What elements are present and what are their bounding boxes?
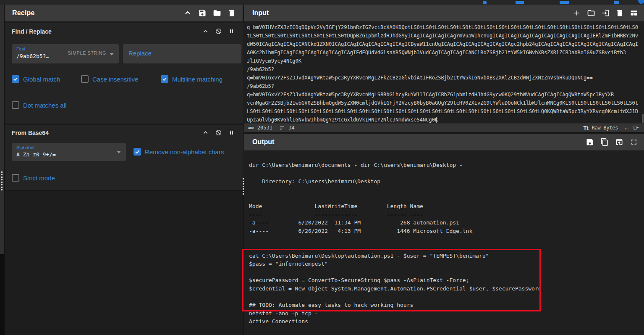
clear-recipe-trash-icon[interactable]: [228, 9, 236, 17]
checkbox-unchecked-icon: [12, 101, 19, 109]
operations-splitter-handle[interactable]: [1, 171, 3, 191]
top-banner-edge: [0, 0, 644, 5]
recipe-title: Recipe: [12, 9, 35, 17]
alphabet-field-value[interactable]: A-Za-z0-9+/=: [16, 151, 56, 158]
operations-panel-edge: [0, 5, 5, 335]
character-count-icon: abc: [248, 126, 254, 130]
banner-fragment: [483, 1, 487, 4]
checkbox-dot-matches-all[interactable]: Dot matches all: [12, 101, 66, 109]
checkbox-checked-icon: [134, 148, 141, 156]
banner-help-icon: [638, 0, 644, 4]
cyberchef-app: Recipe Find / Replace Find /9ab62b5?… SI…: [0, 0, 644, 335]
character-encoding-icon[interactable]: Tt: [584, 125, 589, 131]
collapse-recipe-button[interactable]: [183, 9, 192, 17]
operation-title: From Base64: [12, 129, 49, 136]
open-file-folder-icon[interactable]: [587, 9, 595, 17]
disable-operation-icon[interactable]: [215, 129, 222, 136]
add-input-tab-icon[interactable]: [573, 9, 581, 17]
find-field[interactable]: Find /9ab62b5?… SIMPLE STRING: [12, 44, 119, 63]
input-line: tLS0tLS0tLS0tLS0tLS0tLS0tLS0tLS0tDQpBZG1…: [244, 32, 644, 40]
eol-return-icon[interactable]: ←: [624, 124, 630, 131]
input-line: LS0tLS0tLS0tLS0tLS0tLS0tLS0tLS0tLS0tLS0t…: [244, 107, 644, 116]
disable-operation-icon[interactable]: [215, 28, 222, 35]
find-type-dropdown[interactable]: SIMPLE STRING: [68, 50, 106, 55]
recipe-io-splitter-handle[interactable]: [243, 178, 244, 196]
input-title: Input: [252, 9, 269, 17]
input-line: /9ab62b5?: [244, 82, 644, 90]
pause-operation-icon[interactable]: [228, 28, 235, 35]
input-scrollbar[interactable]: [642, 114, 644, 123]
input-line: vcnMgaGF2ZSBjb21wbGV0ZSBhbmQgdW5yZXN0cml…: [244, 99, 644, 107]
checkbox-global-match[interactable]: Global match: [12, 75, 60, 83]
input-status-bar: abc 20531 34 Tt Raw Bytes ← LF: [244, 123, 644, 132]
chevron-down-icon: [117, 151, 121, 153]
checkbox-unchecked-icon: [12, 174, 19, 182]
io-panel: Input q=bmV0IHVzZXJzIC0gDQpVc2VyIGFjY291…: [244, 5, 644, 335]
input-textarea[interactable]: q=bmV0IHVzZXJzIC0gDQpVc2VyIGFjY291bnRzIG…: [244, 23, 644, 123]
input-line: q=bmV0IHVzZXJzIC0gDQpVc2VyIGFjY291bnRzIG…: [244, 23, 644, 32]
input-header: Input: [244, 5, 644, 22]
operation-from-base64[interactable]: From Base64 Alphabet A-Za-z0-9+/= Remove…: [5, 125, 243, 191]
operations-panel-shadow: [0, 254, 5, 335]
recipe-panel: Recipe Find / Replace Find /9ab62b5?… SI…: [5, 5, 243, 335]
line-count: 34: [288, 125, 294, 131]
replace-input-with-output-icon[interactable]: [615, 138, 623, 146]
chevron-down-icon: [110, 53, 114, 55]
collapse-operation-button[interactable]: [202, 28, 209, 35]
replace-field-placeholder: Replace: [128, 50, 152, 57]
recipe-header: Recipe: [5, 5, 243, 22]
alphabet-field[interactable]: Alphabet A-Za-z0-9+/=: [12, 143, 126, 161]
save-recipe-icon[interactable]: [198, 9, 207, 17]
eol-value[interactable]: LF: [633, 125, 639, 131]
open-folder-input-icon[interactable]: [601, 9, 610, 17]
clear-io-trash-icon[interactable]: [615, 9, 624, 17]
banner-fragment: [614, 1, 619, 4]
input-line: q=bmV0IGxvY2FsZ3JvdXAgYWRtaW5pc3RyYXRvcn…: [244, 74, 644, 82]
copy-output-icon[interactable]: [600, 138, 609, 146]
checkbox-checked-icon: [161, 75, 168, 83]
output-text: dir C:\Users\benimaru\documents - dir C:…: [244, 151, 644, 326]
replace-field[interactable]: Replace: [123, 44, 241, 63]
checkbox-unchecked-icon: [81, 75, 89, 83]
maximise-output-icon[interactable]: [630, 138, 638, 146]
load-recipe-folder-icon[interactable]: [213, 9, 221, 17]
character-encoding-value[interactable]: Raw Bytes: [592, 125, 618, 131]
checkbox-strict-mode[interactable]: Strict mode: [12, 174, 55, 182]
operation-find-replace[interactable]: Find / Replace Find /9ab62b5?… SIMPLE ST…: [5, 23, 243, 124]
input-line: A0Kc2h1bmEgICAgICAgICAgICAgICAgICAgIFdEQ…: [244, 48, 644, 57]
save-output-icon[interactable]: [586, 138, 594, 146]
checkbox-multiline-matching[interactable]: Multiline matching: [161, 75, 223, 83]
banner-fragment: [560, 1, 569, 4]
alphabet-field-label: Alphabet: [16, 145, 34, 150]
checkbox-remove-non-alphabet[interactable]: Remove non-alphabet chars: [134, 148, 224, 156]
find-field-value[interactable]: /9ab62b5?…: [16, 53, 49, 59]
banner-fragment: [516, 1, 524, 4]
checkbox-case-insensitive[interactable]: Case insensitive: [81, 75, 138, 83]
output-area[interactable]: dir C:\Users\benimaru\documents - dir C:…: [244, 151, 644, 335]
line-count-icon: [279, 125, 285, 131]
operation-title: Find / Replace: [12, 28, 52, 35]
input-line: /9ab62b5?: [244, 65, 644, 74]
output-header: Output: [244, 134, 644, 151]
input-tabs-grid-icon[interactable]: [630, 9, 638, 17]
character-count: 20531: [257, 125, 272, 131]
input-line: QpzaGlvbg0KVGhlIGNvbW1hbmQgY29tcGxldGVkI…: [244, 116, 644, 123]
input-line: JlIGVycm9ycy4NCg0K: [244, 57, 644, 65]
input-line: dW50ICAgICAgICAgICANCkd1ZXN0ICAgICAgICAg…: [244, 40, 644, 48]
output-title: Output: [252, 138, 274, 146]
input-line: q=bmV0IGxvY2FsZ3JvdXAgYWRtaW5pc3RyYXRvcn…: [244, 90, 644, 99]
text-cursor: [436, 117, 437, 123]
checkbox-checked-icon: [12, 75, 19, 83]
find-field-label: Find: [16, 46, 25, 51]
pause-operation-icon[interactable]: [228, 129, 235, 136]
collapse-operation-button[interactable]: [202, 129, 209, 136]
